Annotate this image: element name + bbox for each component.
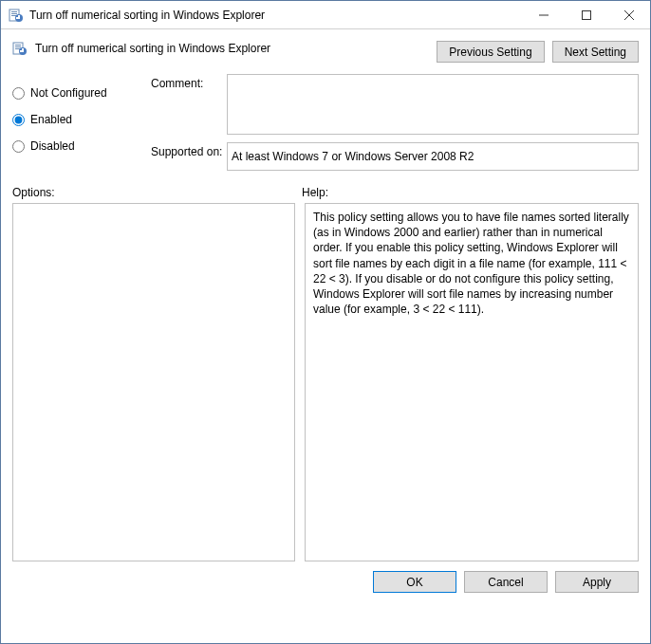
radio-enabled[interactable]: Enabled [12,106,136,133]
previous-setting-button[interactable]: Previous Setting [437,41,544,63]
cancel-button[interactable]: Cancel [464,571,548,593]
supported-on-value: At least Windows 7 or Windows Server 200… [227,142,639,171]
svg-rect-12 [15,45,21,46]
radio-label: Enabled [30,113,72,126]
radio-disabled[interactable]: Disabled [12,133,136,159]
options-pane[interactable] [12,203,295,561]
help-pane[interactable]: This policy setting allows you to have f… [305,203,639,561]
radio-label: Disabled [30,139,75,153]
dialog-footer: OK Cancel Apply [1,561,650,602]
radio-label: Not Configured [30,86,107,100]
state-radio-group: Not Configured Enabled Disabled [12,74,136,178]
window-title: Turn off numerical sorting in Windows Ex… [29,9,522,22]
svg-rect-2 [11,13,17,14]
minimize-button[interactable] [522,1,565,28]
help-label: Help: [302,186,639,199]
radio-disabled-input[interactable] [12,140,25,153]
svg-rect-1 [11,11,17,12]
policy-header: Turn off numerical sorting in Windows Ex… [1,29,650,66]
svg-rect-13 [15,46,21,47]
svg-rect-8 [582,10,590,19]
svg-rect-6 [16,17,20,19]
radio-enabled-input[interactable] [12,114,25,126]
policy-icon [12,41,28,56]
maximize-button[interactable] [565,1,607,28]
titlebar: Turn off numerical sorting in Windows Ex… [1,1,650,29]
options-label: Options: [12,186,302,199]
comment-label: Comment: [151,74,227,90]
radio-not-configured-input[interactable] [12,87,25,100]
config-area: Not Configured Enabled Disabled Comment:… [1,66,650,178]
comment-textarea[interactable] [227,74,639,135]
next-setting-button[interactable]: Next Setting [552,41,639,63]
ok-button[interactable]: OK [373,571,456,593]
svg-rect-17 [20,50,24,52]
supported-on-label: Supported on: [151,142,227,158]
apply-button[interactable]: Apply [555,571,639,593]
policy-icon [9,8,24,23]
radio-not-configured[interactable]: Not Configured [12,80,136,106]
close-button[interactable] [607,1,650,28]
policy-title: Turn off numerical sorting in Windows Ex… [35,41,437,55]
